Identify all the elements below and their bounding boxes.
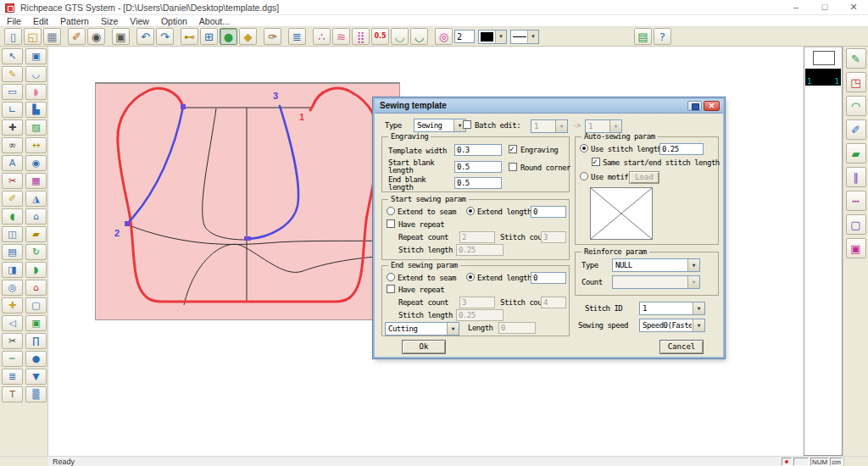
start-extend-length-input[interactable] <box>531 206 566 218</box>
tool-image[interactable]: ▨ <box>25 119 47 136</box>
end-mode-select[interactable]: Cutting▼ <box>385 322 459 336</box>
menu-pattern[interactable]: Pattern <box>60 16 89 26</box>
dye-bucket-button[interactable]: ◆ <box>239 28 257 45</box>
tool-pattern-nodes[interactable]: ▰ <box>25 226 47 242</box>
camera-button[interactable]: ◉ <box>87 28 105 45</box>
dialog-close-button[interactable]: ✕ <box>704 101 720 111</box>
tool-button-hole[interactable]: ◉ <box>25 155 47 171</box>
brush-button[interactable]: ✑ <box>264 28 281 45</box>
cancel-button[interactable]: Cancel <box>659 340 704 354</box>
tool-brush-plus[interactable]: ✚ <box>2 297 23 313</box>
tool-select[interactable]: ↖ <box>2 48 23 64</box>
undo-button[interactable]: ↶ <box>136 28 154 45</box>
tool-letter-a[interactable]: A <box>2 155 23 171</box>
tool-washer-grid[interactable]: ▣ <box>846 238 866 258</box>
end-extend-seam-radio[interactable] <box>387 273 395 281</box>
ok-button[interactable]: Ok <box>402 340 446 354</box>
tool-boot[interactable]: ▙ <box>25 102 47 118</box>
tool-compass[interactable]: ✚ <box>2 119 23 136</box>
tool-bag[interactable]: ◖ <box>2 208 23 225</box>
color-wheel-button[interactable]: ◎ <box>435 28 453 45</box>
tool-panel[interactable]: ▤ <box>2 244 23 260</box>
stitch-id-arrow-icon[interactable]: ▼ <box>693 302 704 314</box>
tool-sewing-machine[interactable]: ⌂ <box>25 208 47 225</box>
tool-pleats-2[interactable]: ◨ <box>2 262 23 278</box>
menu-file[interactable]: File <box>7 16 21 26</box>
machine-button[interactable]: ▤ <box>634 28 652 45</box>
tool-rectangle[interactable]: ▭ <box>2 84 23 100</box>
start-blank-input[interactable] <box>454 161 502 173</box>
tool-washer[interactable]: ▣ <box>25 315 47 331</box>
reinforce-type-arrow-icon[interactable]: ▼ <box>687 259 699 271</box>
end-have-repeat-checkbox[interactable] <box>387 285 395 293</box>
start-extend-seam-radio[interactable] <box>387 207 395 215</box>
stitch-length-05-button[interactable]: 0.5 <box>371 28 389 45</box>
tool-machine-red[interactable]: ⌂ <box>25 280 47 296</box>
tool-curve-outline[interactable]: ◠ <box>846 96 866 116</box>
tool-column-pair[interactable]: ∥ <box>846 167 866 187</box>
correction-pen-button[interactable]: ✐ <box>68 28 86 45</box>
tool-seam-column[interactable]: ≣ <box>2 369 23 385</box>
tool-marker[interactable]: ✐ <box>2 191 23 207</box>
sewing-speed-select[interactable]: Speed0(Faste▼ <box>639 319 705 332</box>
batch-edit-checkbox[interactable] <box>463 120 471 129</box>
help-button[interactable]: ? <box>654 28 671 45</box>
dialog-title-bar[interactable]: Sewing template ✕ <box>375 99 723 114</box>
tool-rect-nodes-2[interactable]: ▢ <box>25 297 47 313</box>
measure-button[interactable]: ⊷ <box>181 28 198 45</box>
end-extend-length-radio[interactable] <box>466 273 475 281</box>
tool-pattern-pin[interactable]: ✐ <box>846 119 866 140</box>
end-blank-input[interactable] <box>454 177 502 189</box>
save-button[interactable]: ▦ <box>43 28 61 45</box>
menu-edit[interactable]: Edit <box>33 16 48 26</box>
tool-pencil[interactable]: ✎ <box>2 66 23 82</box>
scatter-chart-button[interactable]: ∴ <box>313 28 331 45</box>
tool-rect-nodes[interactable]: ▣ <box>25 48 47 64</box>
line-chart-button[interactable]: ≋ <box>332 28 350 45</box>
dot-grid-button[interactable]: ⣿ <box>352 28 370 45</box>
open-button[interactable]: ◱ <box>24 28 42 45</box>
template-width-input[interactable] <box>454 144 502 156</box>
tool-boot-gear[interactable]: ● <box>25 351 47 367</box>
tool-dotted-line[interactable]: ┅ <box>846 191 866 211</box>
use-motif-radio[interactable] <box>580 172 588 180</box>
stitch-id-select[interactable]: 1▼ <box>639 302 705 315</box>
tool-flag[interactable]: ◁ <box>2 315 23 331</box>
tool-shirt[interactable]: ▼ <box>25 369 47 385</box>
end-extend-length-input[interactable] <box>531 272 566 284</box>
tool-scissors-query[interactable]: ✂ <box>2 173 23 189</box>
tool-glasses[interactable]: ∞ <box>2 137 23 153</box>
minimize-button[interactable]: – <box>782 0 810 15</box>
tool-corner-curve[interactable]: ∟ <box>2 102 23 118</box>
pattern-block[interactable]: 312 <box>95 82 400 320</box>
tool-pocket[interactable]: ◡ <box>25 66 47 82</box>
selected-curve-right[interactable] <box>249 106 298 239</box>
curve-node-marker[interactable] <box>125 221 130 226</box>
pattern-thumbnail[interactable] <box>813 51 835 65</box>
menu-about[interactable]: About... <box>199 16 230 26</box>
tool-spiral[interactable]: ◎ <box>2 280 23 296</box>
redo-button[interactable]: ↷ <box>156 28 174 45</box>
reinforce-type-select[interactable]: NULL▼ <box>612 258 700 272</box>
press-frame-button[interactable]: ▣ <box>112 28 130 45</box>
line-style-select-arrow-icon[interactable]: ▼ <box>527 31 538 43</box>
pattern-outline[interactable] <box>118 88 379 302</box>
tool-pattern-piece[interactable]: ▰ <box>846 143 866 164</box>
use-stitch-length-radio[interactable] <box>580 144 588 153</box>
tool-letter-t[interactable]: T <box>2 386 23 402</box>
tool-pleats[interactable]: ◫ <box>2 226 23 242</box>
tool-bag-dark[interactable]: ◗ <box>25 262 47 278</box>
tool-pattern-pen[interactable]: ✎ <box>846 48 866 69</box>
tool-stitch-dashes[interactable]: ┉ <box>2 351 23 367</box>
tool-monitor-pattern[interactable]: ▢ <box>846 214 866 235</box>
tool-curtain[interactable]: ▒ <box>25 386 47 402</box>
curve-u-button[interactable]: ◡ <box>391 28 409 45</box>
line-style-select[interactable]: ▼ <box>510 30 539 44</box>
start-have-repeat-checkbox[interactable] <box>387 219 395 228</box>
pen-width-input[interactable] <box>454 30 475 43</box>
menu-size[interactable]: Size <box>101 16 118 26</box>
tool-scissors[interactable]: ✂ <box>2 333 23 349</box>
new-button[interactable]: ▯ <box>4 28 22 45</box>
tool-frame-grid[interactable]: ▦ <box>25 173 47 189</box>
node-link-button[interactable]: ≣ <box>288 28 306 45</box>
